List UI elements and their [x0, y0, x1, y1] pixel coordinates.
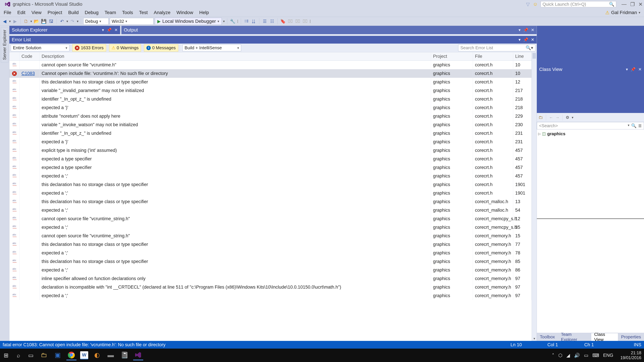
table-row[interactable]: abc~~~identifier "_In_opt_z_" is undefin…	[10, 129, 532, 138]
open-file-button[interactable]: 📂	[33, 18, 40, 24]
tray-chevron-icon[interactable]: ˄	[552, 353, 554, 358]
maximize-icon[interactable]: ❐	[630, 1, 635, 7]
menu-file[interactable]: File	[4, 10, 11, 15]
chevron-down-icon[interactable]: ▾	[518, 28, 520, 32]
table-row[interactable]: abc~~~expected a type specifiergraphicsc…	[10, 163, 532, 172]
tab-class-view[interactable]: Class View	[591, 333, 618, 341]
settings-icon[interactable]: ⚙	[566, 115, 569, 120]
tray-keyboard-icon[interactable]: ⌨	[592, 353, 599, 358]
feedback-icon[interactable]: ☺	[533, 1, 538, 7]
scope-combo[interactable]: Entire Solution▾	[11, 44, 70, 51]
table-row[interactable]: abc~~~attribute "noreturn" does not appl…	[10, 112, 532, 120]
menu-window[interactable]: Window	[176, 10, 193, 15]
start-debug-button[interactable]: ▶ Local Windows Debugger ▾	[155, 18, 222, 25]
table-row[interactable]: abc~~~cannot open source file "vcruntime…	[10, 232, 532, 240]
app-vs[interactable]	[133, 350, 143, 360]
col-description[interactable]: Description	[40, 52, 431, 60]
expand-icon[interactable]: ▷	[538, 132, 541, 136]
solution-explorer-tab[interactable]: Solution Explorer ▾📌✕	[10, 26, 120, 34]
table-row[interactable]: abc~~~variable "_invoke_watson" may not …	[10, 120, 532, 129]
class-view-tab[interactable]: Class View ▾📌✕	[537, 26, 644, 113]
server-explorer-tab[interactable]: Server Explorer	[1, 27, 8, 62]
table-row[interactable]: abc~~~expected a ';'graphicscorecrt_memc…	[10, 223, 532, 232]
app-explorer[interactable]: 🗀	[39, 350, 49, 360]
save-all-button[interactable]: 🖫	[48, 18, 54, 24]
menu-project[interactable]: Project	[48, 10, 62, 15]
start-icon[interactable]: ⊞	[2, 351, 10, 360]
class-view-tree[interactable]: ▷ ◫ graphics	[537, 129, 644, 219]
app-chrome[interactable]	[66, 350, 76, 360]
step-over-icon[interactable]: ⮆	[243, 18, 250, 24]
close-icon[interactable]: ✕	[531, 37, 534, 42]
chevron-down-icon[interactable]: ▾	[102, 28, 104, 32]
table-row[interactable]: abc~~~expected a ';'graphicscorecrt_memo…	[10, 292, 532, 300]
menu-debug[interactable]: Debug	[85, 10, 98, 15]
warnings-filter-button[interactable]: ⚠ 0 Warnings	[109, 44, 141, 52]
bookmark-icon[interactable]: 🔖	[280, 18, 286, 24]
new-project-button[interactable]: 🗋	[23, 18, 29, 24]
nav-fwd-button[interactable]: ▶	[12, 18, 18, 24]
vertical-scrollbar[interactable]: ▾	[532, 52, 537, 341]
redo-button[interactable]: ↷	[70, 18, 76, 24]
menu-edit[interactable]: Edit	[17, 10, 25, 15]
col-line[interactable]: Line	[513, 52, 532, 60]
save-button[interactable]: 💾	[41, 18, 47, 24]
config-combo[interactable]: Debug▾	[83, 18, 108, 25]
nav-back-icon[interactable]: ←	[549, 115, 553, 120]
messages-filter-button[interactable]: i 0 Messages	[144, 44, 178, 52]
tray-clock[interactable]: 21:18 19/01/2016	[620, 351, 641, 360]
task-view-icon[interactable]: ▭	[26, 351, 35, 360]
close-icon[interactable]: ✕	[638, 1, 643, 7]
table-row[interactable]: abc~~~explicit type is missing ('int' as…	[10, 146, 532, 155]
menu-team[interactable]: Team	[105, 10, 116, 15]
table-row[interactable]: abc~~~expected a ';'graphicscorecrt_memo…	[10, 266, 532, 274]
tray-volume-icon[interactable]: 🔊	[574, 353, 580, 358]
nav-fwd-icon[interactable]: →	[556, 115, 560, 120]
app-other-3[interactable]: 📓	[120, 350, 130, 360]
error-list-tab[interactable]: Error List ▾📌✕	[10, 36, 537, 43]
table-row[interactable]: abc~~~identifier "_In_opt_z_" is undefin…	[10, 95, 532, 103]
table-row[interactable]: abc~~~expected a ';'graphicscorecrt_mall…	[10, 206, 532, 215]
errors-filter-button[interactable]: ✕ 1633 Errors	[72, 44, 106, 52]
class-view-search[interactable]: <Search> ▾🔍≣	[537, 122, 644, 129]
menu-tools[interactable]: Tools	[122, 10, 133, 15]
table-row[interactable]: abc~~~expected a ')'graphicscorecrt.h231	[10, 138, 532, 146]
table-row[interactable]: abc~~~cannot open source file "vcruntime…	[10, 61, 532, 69]
quick-launch-input[interactable]: Quick Launch (Ctrl+Q) 🔍	[541, 1, 616, 7]
output-tab[interactable]: Output ▾📌✕	[122, 26, 537, 34]
table-row[interactable]: abc~~~this declaration has no storage cl…	[10, 78, 532, 86]
table-row[interactable]: abc~~~expected a type specifiergraphicsc…	[10, 155, 532, 163]
col-code[interactable]: Code	[20, 52, 40, 60]
table-row[interactable]: abc~~~cannot open source file "vcruntime…	[10, 215, 532, 223]
table-row[interactable]: abc~~~expected a ')'graphicscorecrt.h218	[10, 103, 532, 112]
chevron-down-icon[interactable]: ▾	[518, 37, 520, 42]
search-icon[interactable]: ⌕	[14, 351, 23, 360]
app-powershell[interactable]: ▣	[53, 350, 63, 360]
uncomment-icon[interactable]: ☷	[269, 18, 275, 24]
table-row[interactable]: abc~~~this declaration has no storage cl…	[10, 240, 532, 249]
pin-icon[interactable]: 📌	[630, 67, 636, 72]
source-combo[interactable]: Build + IntelliSense▾	[182, 44, 241, 51]
table-row[interactable]: abc~~~this declaration has no storage cl…	[10, 257, 532, 266]
tb-misc-1[interactable]: 🔧	[230, 18, 236, 24]
step-into-icon[interactable]: ⮇	[251, 18, 257, 24]
pin-icon[interactable]: 📌	[107, 28, 112, 32]
menu-help[interactable]: Help	[199, 10, 209, 15]
tab-team-explorer[interactable]: Team Explorer	[558, 333, 591, 341]
table-row[interactable]: abc~~~expected a ';'graphicscorecrt.h457	[10, 172, 532, 180]
app-other-1[interactable]: ◐	[92, 350, 102, 360]
comment-icon[interactable]: ☰	[262, 18, 268, 24]
menu-test[interactable]: Test	[139, 10, 148, 15]
minimize-icon[interactable]: —	[622, 1, 626, 7]
table-row[interactable]: ✕C1083Cannot open include file: 'vcrunti…	[10, 69, 532, 78]
search-error-list-input[interactable]: Search Error List 🔍▾	[458, 44, 535, 51]
menu-build[interactable]: Build	[68, 10, 79, 15]
pin-icon[interactable]: 📌	[523, 28, 528, 32]
pin-icon[interactable]: 📌	[523, 37, 528, 42]
nav-back-button[interactable]: ◀	[2, 18, 8, 24]
close-icon[interactable]: ✕	[531, 28, 534, 32]
col-file[interactable]: File	[473, 52, 513, 60]
cell-code[interactable]: C1083	[20, 69, 40, 78]
tray-lang[interactable]: ENG	[603, 353, 613, 358]
new-folder-icon[interactable]: 🗀	[538, 115, 543, 120]
